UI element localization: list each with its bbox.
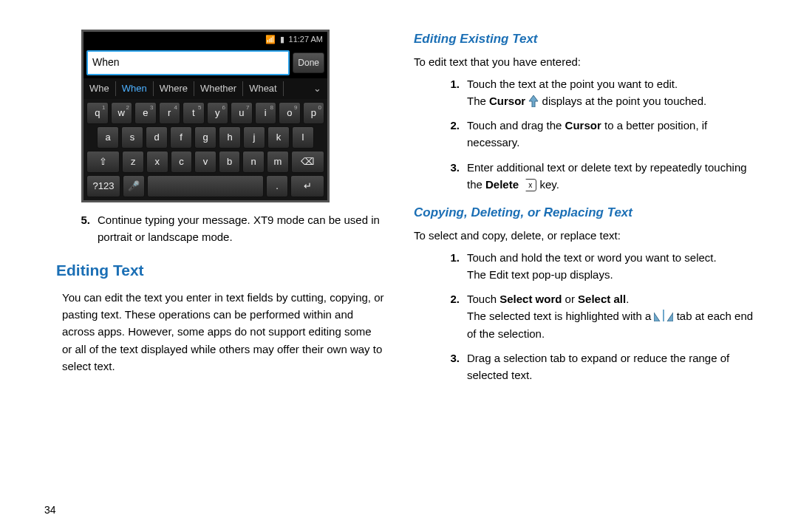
list-text: Drag a selection tab to expand or reduce… [467,349,754,384]
keyboard-key[interactable]: r4 [159,102,181,124]
suggestion-item[interactable]: Wheat [243,81,284,96]
list-number: 2. [443,290,460,342]
suggestion-bar: WheWhenWhereWhetherWheat⌄ [83,78,327,99]
keyboard-key[interactable]: ⇧ [86,151,120,173]
keyboard-key[interactable]: ⌫ [291,151,324,173]
suggestion-item[interactable]: When [116,81,154,96]
keyboard-key[interactable]: v [194,151,216,173]
list-text: Touch and drag the Cursor to a better po… [467,117,754,151]
keyboard-key[interactable]: z [122,151,144,173]
keyboard-key[interactable]: d [146,126,168,149]
keyboard-key[interactable]: i8 [255,102,277,124]
keyboard-key[interactable] [147,175,264,197]
body-paragraph: You can edit the text you enter in text … [62,289,384,375]
list-text: Enter additional text or delete text by … [467,159,754,194]
list-text: Touch the text at the point you want to … [467,75,706,110]
keyboard-key[interactable]: ↵ [290,175,324,197]
suggestion-item[interactable]: Whe [83,81,116,96]
intro-text: To select and copy, delete, or replace t… [414,227,754,244]
keyboard-key[interactable]: t5 [183,102,205,124]
text-input[interactable]: When [86,50,290,75]
phone-screenshot: 📶 ▮ 11:27 AM When Done WheWhenWhereWheth… [81,30,330,202]
status-bar: 📶 ▮ 11:27 AM [83,32,327,47]
keyboard-key[interactable]: j [243,126,265,149]
keyboard-key[interactable]: a [97,126,119,149]
keyboard-key[interactable]: x [146,151,168,173]
keyboard-key[interactable]: 🎤 [123,175,145,197]
list-number: 1. [443,75,460,110]
suggestion-item[interactable]: Whether [194,81,243,96]
list-text: Continue typing your message. XT9 mode c… [98,211,384,246]
keyboard-key[interactable]: q1 [86,102,109,124]
keyboard-key[interactable]: l [292,126,314,149]
keyboard-key[interactable]: k [267,126,290,149]
battery-icon: ▮ [280,33,284,46]
cursor-icon [528,95,539,107]
wifi-icon: 📶 [265,33,276,46]
keyboard-key[interactable]: m [267,151,289,173]
svg-rect-0 [663,310,664,321]
intro-text: To edit text that you have entered: [414,53,754,70]
keyboard-key[interactable]: f [170,126,192,149]
list-text: Touch Select word or Select all. The sel… [467,290,754,342]
list-number: 3. [443,349,460,384]
keyboard-key[interactable]: c [171,151,193,173]
keyboard-key[interactable]: u7 [231,102,253,124]
selection-handles-icon [654,310,673,321]
keyboard-key[interactable]: h [219,126,241,149]
section-heading: Editing Text [56,259,384,283]
keyboard-key[interactable]: w2 [111,102,133,124]
done-button[interactable]: Done [293,52,324,74]
keyboard-key[interactable]: n [242,151,265,173]
keyboard-key[interactable]: g [194,126,216,149]
delete-key-icon: x [522,179,536,192]
list-number: 1. [443,249,460,284]
list-number: 5. [74,211,90,246]
suggestion-item[interactable]: Where [154,81,194,96]
subsection-heading: Editing Existing Text [414,30,754,49]
keyboard-key[interactable]: p0 [303,102,325,124]
status-time: 11:27 AM [289,33,323,46]
list-number: 2. [443,117,460,151]
keyboard-key[interactable]: s [121,126,143,149]
keyboard-key[interactable]: ?123 [86,175,120,197]
page-number: 34 [44,502,56,519]
list-number: 3. [443,159,460,194]
subsection-heading: Copying, Deleting, or Replacing Text [414,203,754,222]
keyboard-key[interactable]: b [219,151,241,173]
onscreen-keyboard[interactable]: q1w2e3r4t5y6u7i8o9p0 asdfghjkl ⇧zxcvbnm⌫… [83,99,327,200]
keyboard-key[interactable]: o9 [279,102,301,124]
chevron-down-icon[interactable]: ⌄ [307,81,327,96]
keyboard-key[interactable]: . [266,175,288,197]
keyboard-key[interactable]: y6 [207,102,229,124]
list-text: Touch and hold the text or word you want… [467,249,717,284]
keyboard-key[interactable]: e3 [134,102,157,124]
